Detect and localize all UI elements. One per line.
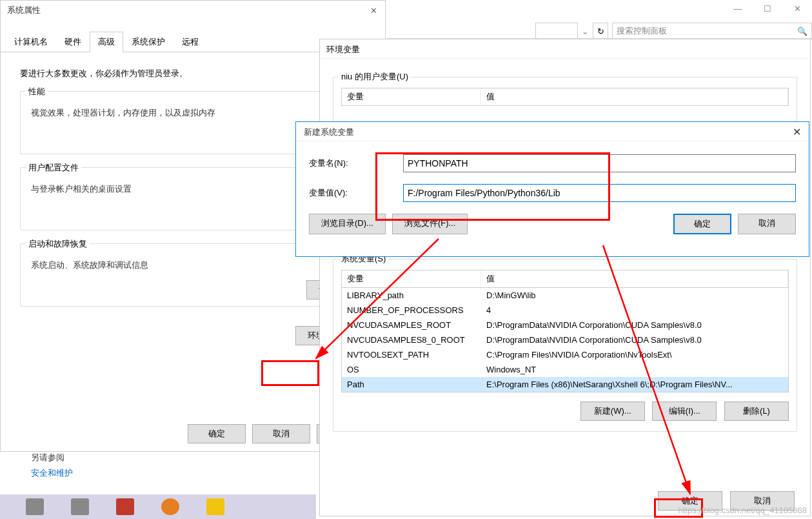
perf-text: 视觉效果，处理器计划，内存使用，以及虚拟内存: [31, 107, 361, 119]
edit-button[interactable]: 编辑(I)...: [652, 402, 717, 421]
table-row[interactable]: LIBRARY_pathD:\MinGW\lib: [342, 288, 788, 303]
minimize-icon[interactable]: —: [723, 0, 753, 19]
sys-table-body[interactable]: LIBRARY_pathD:\MinGW\libNUMBER_OF_PROCES…: [341, 288, 789, 392]
cell-val: Windows_NT: [481, 363, 788, 376]
cell-var: NVCUDASAMPLES8_0_ROOT: [342, 334, 481, 346]
cell-var: NUMBER_OF_PROCESSORS: [342, 304, 481, 316]
startup-text: 系统启动、系统故障和调试信息: [31, 260, 361, 271]
cell-val: 4: [481, 304, 788, 316]
cell-var: LIBRARY_path: [342, 289, 481, 301]
cell-var: OS: [342, 363, 481, 376]
explorer-bar: — ☐ ✕ ⌄ ↻ 搜索控制面板 🔍: [387, 0, 812, 39]
var-name-label: 变量名(N):: [309, 158, 403, 169]
table-row[interactable]: NVCUDASAMPLES_ROOTD:\ProgramData\NVIDIA …: [342, 318, 788, 332]
search-input[interactable]: 搜索控制面板 🔍: [612, 23, 812, 39]
var-value-label: 变量值(V):: [309, 187, 403, 199]
cell-var: NVTOOLSEXT_PATH: [342, 349, 481, 361]
col-val[interactable]: 值: [481, 270, 788, 287]
cell-var: Path: [342, 378, 481, 391]
taskbar-icon[interactable]: [161, 498, 179, 515]
newvar-titlebar: 新建系统变量 ✕: [296, 122, 809, 141]
col-var[interactable]: 变量: [342, 270, 481, 287]
browse-dir-button[interactable]: 浏览目录(D)...: [309, 214, 386, 234]
maximize-icon[interactable]: ☐: [753, 0, 782, 19]
taskbar-icon[interactable]: [116, 498, 134, 515]
cell-val: D:\MinGW\lib: [481, 289, 788, 301]
ok-button[interactable]: 确定: [188, 424, 246, 443]
startup-title: 启动和故障恢复: [26, 238, 90, 250]
tab-hardware[interactable]: 硬件: [56, 32, 90, 52]
user-vars-title: niu 的用户变量(U): [339, 71, 411, 83]
see-also: 另请参阅 安全和维护: [31, 452, 73, 483]
var-name-input[interactable]: [403, 154, 796, 172]
perf-title: 性能: [26, 86, 48, 97]
table-row[interactable]: NVTOOLSEXT_PATHC:\Program Files\NVIDIA C…: [342, 347, 788, 362]
watermark: https://blog.csdn.net/qq_41185868: [678, 505, 807, 515]
address-bar[interactable]: [535, 23, 578, 39]
table-row[interactable]: NVCUDASAMPLES8_0_ROOTD:\ProgramData\NVID…: [342, 332, 788, 347]
new-button[interactable]: 新建(W)...: [580, 402, 645, 421]
cell-val: D:\ProgramData\NVIDIA Corporation\CUDA S…: [481, 319, 788, 331]
tab-system-protect[interactable]: 系统保护: [123, 32, 173, 52]
table-row[interactable]: NUMBER_OF_PROCESSORS4: [342, 303, 788, 318]
env-titlebar: 环境变量: [320, 39, 810, 59]
env-var-window: 环境变量 niu 的用户变量(U) 变量 值 系统变量(S) 变量 值 LIBR…: [319, 39, 811, 516]
user-table-head: 变量 值: [341, 88, 789, 106]
refresh-icon[interactable]: ↻: [593, 23, 608, 39]
cell-val: E:\Program Files (x86)\NetSarang\Xshell …: [481, 378, 788, 391]
col-val[interactable]: 值: [481, 88, 788, 105]
close-icon[interactable]: ✕: [782, 0, 812, 19]
cancel-button[interactable]: 取消: [252, 424, 310, 443]
col-var[interactable]: 变量: [342, 88, 481, 105]
newvar-cancel-button[interactable]: 取消: [738, 214, 796, 234]
env-title: 环境变量: [326, 45, 360, 54]
sysprops-titlebar: 系统属性 ✕: [1, 1, 385, 20]
taskbar-icon[interactable]: [26, 498, 44, 515]
search-placeholder: 搜索控制面板: [617, 25, 667, 37]
profile-title: 用户配置文件: [26, 162, 81, 174]
new-sys-var-dialog: 新建系统变量 ✕ 变量名(N): 变量值(V): 浏览目录(D)... 浏览文件…: [295, 121, 809, 257]
delete-button[interactable]: 删除(L): [724, 402, 789, 421]
sys-vars-group: 系统变量(S) 变量 值 LIBRARY_pathD:\MinGW\libNUM…: [333, 259, 797, 432]
taskbar-icon[interactable]: [206, 498, 224, 515]
search-icon: 🔍: [797, 26, 807, 36]
cell-var: NVCUDASAMPLES_ROOT: [342, 319, 481, 331]
dropdown-icon[interactable]: ⌄: [582, 26, 589, 36]
sysprops-title: 系统属性: [7, 5, 41, 15]
browse-file-button[interactable]: 浏览文件(F)...: [392, 214, 468, 234]
tab-computer-name[interactable]: 计算机名: [6, 32, 56, 52]
close-icon[interactable]: ✕: [793, 126, 801, 138]
window-controls: — ☐ ✕: [723, 0, 812, 19]
table-row[interactable]: OSWindows_NT: [342, 362, 788, 377]
taskbar: [0, 494, 316, 519]
newvar-title: 新建系统变量: [304, 127, 354, 137]
newvar-ok-button[interactable]: 确定: [673, 214, 731, 234]
tab-remote[interactable]: 远程: [173, 32, 207, 52]
see-also-label: 另请参阅: [31, 452, 73, 463]
cell-val: C:\Program Files\NVIDIA Corporation\NvTo…: [481, 349, 788, 361]
sys-table-head: 变量 值: [341, 270, 789, 288]
table-row[interactable]: PathE:\Program Files (x86)\NetSarang\Xsh…: [342, 377, 788, 392]
taskbar-icon[interactable]: [71, 498, 89, 515]
tab-advanced[interactable]: 高级: [90, 32, 123, 52]
cell-val: D:\ProgramData\NVIDIA Corporation\CUDA S…: [481, 334, 788, 346]
var-value-input[interactable]: [403, 184, 796, 202]
close-icon[interactable]: ✕: [370, 6, 377, 15]
security-link[interactable]: 安全和维护: [31, 467, 73, 479]
